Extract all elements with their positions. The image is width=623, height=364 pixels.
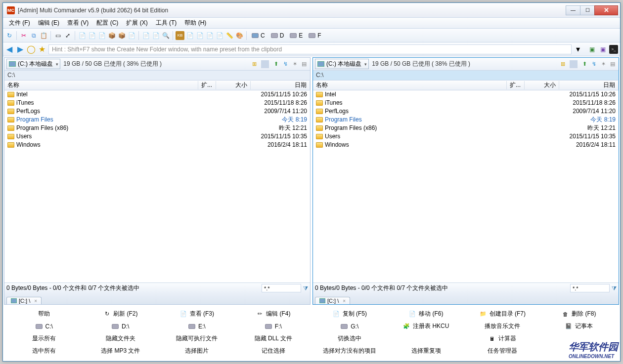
bottom-button[interactable]: 📄查看 (F3)	[159, 308, 235, 320]
ruler-icon[interactable]: 📏	[225, 31, 234, 40]
hint-dropdown[interactable]: ▾	[574, 45, 582, 54]
right-filter-input[interactable]	[570, 284, 610, 292]
left-path[interactable]: C:\	[4, 71, 310, 81]
file-row[interactable]: PerfLogs2009/7/14 11:20	[313, 107, 619, 116]
expand-icon[interactable]: ⤢	[63, 31, 72, 40]
forward-button[interactable]: ▶	[16, 45, 25, 54]
file-row[interactable]: Windows2016/2/4 18:11	[4, 141, 310, 149]
tree-icon[interactable]: ⊞	[559, 60, 567, 68]
bottom-button[interactable]: 选择图片	[159, 345, 235, 357]
page-icon[interactable]: 📄	[141, 31, 150, 40]
file-row[interactable]: Intel2015/11/15 10:26	[313, 90, 619, 99]
file-row[interactable]: Windows2016/2/4 18:11	[313, 141, 619, 149]
bottom-button[interactable]: 📓记事本	[541, 320, 618, 332]
drive-c-chip[interactable]: C	[249, 32, 267, 39]
select-rect-icon[interactable]: ▭	[53, 31, 62, 40]
bottom-button[interactable]: D:\	[83, 320, 159, 332]
terminal-icon[interactable]: >_	[609, 45, 618, 54]
col-name[interactable]: 名称	[4, 81, 198, 89]
file-row[interactable]: Users2015/11/15 10:35	[4, 132, 310, 141]
bottom-button[interactable]: 选择对方没有的项目	[312, 345, 388, 357]
menu-tools[interactable]: 工具 (T)	[152, 18, 181, 28]
history-button[interactable]: ◯	[27, 45, 36, 54]
col-size[interactable]: 大小	[216, 81, 251, 89]
file-row[interactable]: iTunes2015/11/18 8:26	[313, 99, 619, 107]
list-icon[interactable]: ▤	[300, 60, 308, 68]
favorite-button[interactable]: ★	[38, 45, 46, 54]
col-ext[interactable]: 扩...	[198, 81, 216, 89]
bottom-button[interactable]: 隐藏 DLL 文件	[235, 332, 312, 345]
copy-icon[interactable]: ⧉	[29, 31, 38, 40]
close-icon[interactable]: ×	[34, 298, 37, 304]
wand-icon[interactable]: ✶	[599, 60, 607, 68]
bottom-button[interactable]: 帮助	[6, 308, 83, 320]
nav-icon-b[interactable]: ▣	[598, 45, 607, 54]
up-icon[interactable]: ⬆	[580, 60, 588, 68]
doc-c-icon[interactable]: 📄	[205, 31, 214, 40]
right-tab[interactable]: [C:] \ ×	[315, 297, 350, 304]
col-name[interactable]: 名称	[313, 81, 507, 89]
bottom-button[interactable]: 播放音乐文件	[464, 320, 541, 332]
right-drive-combo[interactable]: (C:) 本地磁盘	[315, 59, 369, 69]
doc-b-icon[interactable]: 📄	[195, 31, 204, 40]
bottom-button[interactable]: ✏编辑 (F4)	[235, 308, 312, 320]
drive-f-chip[interactable]: F	[306, 32, 323, 39]
bottom-button[interactable]: G:\	[312, 320, 388, 332]
menu-view[interactable]: 查看 (V)	[63, 18, 92, 28]
menu-config[interactable]: 配置 (C)	[92, 18, 122, 28]
col-date[interactable]: 日期	[559, 81, 619, 89]
bottom-button[interactable]: 📄移动 (F6)	[388, 308, 465, 320]
back-button[interactable]: ◀	[5, 45, 14, 54]
doc-add-icon[interactable]: 📄	[78, 31, 87, 40]
doc-export-icon[interactable]: 📄	[88, 31, 96, 40]
left-filter-input[interactable]	[262, 284, 301, 292]
file-row[interactable]: Program Files今天 8:19	[4, 116, 310, 124]
file-row[interactable]: iTunes2015/11/18 8:26	[4, 99, 310, 107]
doc-d-icon[interactable]: 📄	[215, 31, 224, 40]
reload-icon[interactable]: ↯	[281, 60, 289, 68]
kb-icon[interactable]: KB	[176, 31, 184, 40]
file-row[interactable]: PerfLogs2009/7/14 11:20	[4, 107, 310, 116]
bottom-button[interactable]: C:\	[6, 320, 83, 332]
page2-icon[interactable]: 📄	[151, 31, 160, 40]
bottom-button[interactable]: 选择 MP3 文件	[83, 345, 159, 357]
color-icon[interactable]: 🎨	[235, 31, 244, 40]
list-icon[interactable]: ▤	[609, 60, 617, 68]
reload-icon[interactable]: ↯	[590, 60, 598, 68]
doc-star-icon[interactable]: 📄	[127, 31, 136, 40]
bottom-button[interactable]: F:\	[235, 320, 312, 332]
bottom-button[interactable]: E:\	[159, 320, 235, 332]
bottom-button[interactable]: 隐藏文件夹	[83, 332, 159, 345]
bottom-button[interactable]: 显示所有	[6, 332, 83, 345]
zip-icon[interactable]: 📦	[107, 31, 116, 40]
filter-icon[interactable]: ⧩	[303, 285, 308, 292]
hint-input[interactable]	[48, 44, 572, 54]
bottom-button[interactable]: 选中所有	[6, 345, 83, 357]
up-icon[interactable]: ⬆	[272, 60, 280, 68]
bottom-button[interactable]: 🗑删除 (F8)	[541, 308, 618, 320]
col-date[interactable]: 日期	[251, 81, 310, 89]
col-size[interactable]: 大小	[525, 81, 559, 89]
menu-extensions[interactable]: 扩展 (X)	[122, 18, 151, 28]
cut-icon[interactable]: ✂	[19, 31, 28, 40]
paste-icon[interactable]: 📋	[39, 31, 48, 40]
minimize-button[interactable]: —	[566, 5, 580, 15]
bottom-button[interactable]: 任务管理器	[464, 345, 541, 357]
drive-d-chip[interactable]: D	[268, 32, 287, 39]
right-path[interactable]: C:\	[313, 71, 619, 81]
nav-icon-a[interactable]: ▣	[587, 45, 596, 54]
bottom-button[interactable]: 隐藏可执行文件	[159, 332, 235, 345]
menu-help[interactable]: 帮助 (H)	[180, 18, 210, 28]
bottom-button[interactable]: ↻刷新 (F2)	[83, 308, 159, 320]
left-tab[interactable]: [C:] \ ×	[6, 297, 42, 304]
bottom-button[interactable]: 切换选中	[312, 332, 388, 345]
bottom-button[interactable]: 📁创建目录 (F7)	[464, 308, 541, 320]
doc-a-icon[interactable]: 📄	[185, 31, 194, 40]
bottom-button[interactable]: 选择重复项	[388, 345, 465, 357]
maximize-button[interactable]: ☐	[580, 5, 595, 15]
bottom-button[interactable]: 📄复制 (F5)	[312, 308, 388, 320]
refresh-icon[interactable]: ↻	[5, 31, 14, 40]
wand-icon[interactable]: ✶	[291, 60, 299, 68]
file-row[interactable]: Program Files (x86)昨天 12:21	[4, 124, 310, 132]
menu-edit[interactable]: 编辑 (E)	[34, 18, 63, 28]
